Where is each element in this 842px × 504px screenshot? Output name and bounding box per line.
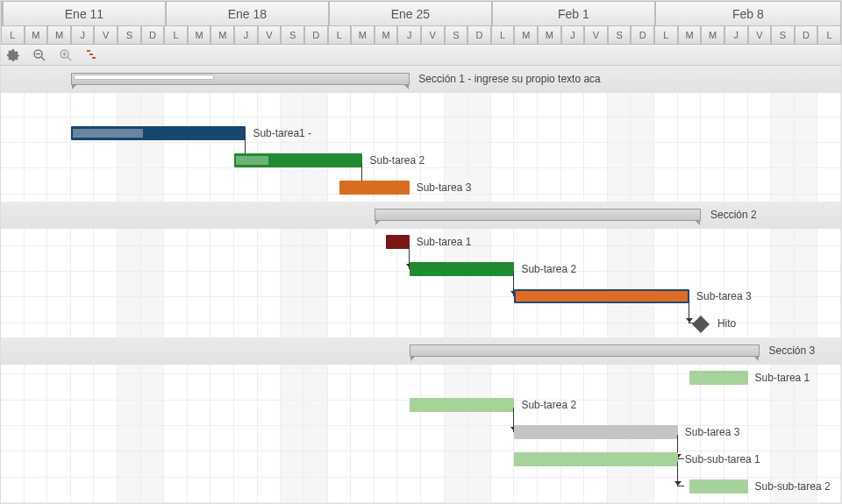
week-header-cell: Ene 18 [166, 1, 329, 25]
task-bar[interactable] [339, 181, 410, 195]
day-header-cell: S [281, 25, 304, 45]
week-header-cell: Feb 8 [655, 1, 841, 25]
day-header-cell: D [631, 25, 654, 45]
day-header-cell: V [748, 25, 772, 45]
section-label: Sección 1 - ingrese su propio texto aca [418, 73, 600, 85]
task-label: Sub-tarea 2 [521, 399, 576, 411]
task-label: Sub-tarea 1 [755, 372, 810, 384]
day-header-cell: M [25, 25, 48, 45]
day-header-cell: D [304, 25, 328, 45]
day-row: LMMJVSDLMMJVSDLMMJVSDLMMJVSDLMMJVSDL [1, 25, 841, 45]
day-header-cell: M [678, 25, 702, 45]
section-label: Sección 3 [769, 344, 816, 357]
day-header-cell: S [445, 25, 468, 45]
day-header-cell: L [654, 25, 678, 45]
day-header-cell: V [584, 25, 608, 45]
day-header-cell: J [724, 25, 748, 45]
day-header-cell: M [375, 25, 398, 45]
week-header-cell: Ene 25 [329, 1, 492, 25]
day-header-cell: L [491, 25, 515, 45]
day-header-cell: J [71, 25, 95, 45]
task-label: Sub-sub-tarea 1 [685, 453, 760, 465]
day-header-cell: S [118, 25, 141, 45]
day-header-cell: J [561, 25, 585, 45]
task-label: Sub-tarea 2 [521, 263, 576, 275]
toolbar [1, 45, 841, 66]
task-bar[interactable] [234, 153, 362, 167]
svg-line-1 [41, 57, 45, 60]
task-bar[interactable] [410, 262, 515, 276]
day-header-cell: D [141, 25, 165, 45]
task-bar[interactable] [514, 425, 677, 439]
day-header-cell: J [234, 25, 258, 45]
task-label: Sub-sub-tarea 2 [755, 480, 831, 493]
task-bar[interactable] [410, 398, 515, 412]
week-row: Ene 11Ene 18Ene 25Feb 1Feb 8 [1, 1, 841, 25]
day-header-cell: D [795, 25, 818, 45]
day-header-cell: L [164, 25, 188, 45]
task-label: Sub-tarea 3 [696, 290, 752, 302]
task-bar[interactable] [689, 479, 748, 493]
day-header-cell: M [188, 25, 211, 45]
day-header-cell: M [210, 25, 234, 45]
section-label: Sección 2 [710, 209, 757, 221]
gantt-lanes: Sección 1 - ingrese su propio texto acaS… [1, 66, 841, 500]
day-header-cell: J [397, 25, 421, 45]
day-header-cell: L [1, 25, 25, 45]
day-header-cell: M [351, 25, 375, 45]
day-header-cell: M [538, 25, 561, 45]
timeline-header: Ene 11Ene 18Ene 25Feb 1Feb 8 LMMJVSDLMMJ… [1, 1, 841, 45]
milestone-diamond-icon[interactable] [692, 316, 710, 333]
gear-icon[interactable] [6, 48, 20, 62]
task-label: Sub-tarea 2 [369, 154, 425, 167]
day-header-cell: S [608, 25, 632, 45]
day-header-cell: D [467, 25, 491, 45]
day-header-cell: M [514, 25, 538, 45]
day-header-cell: M [701, 25, 724, 45]
task-label: Sub-tarea 1 [417, 236, 472, 248]
zoom-in-icon[interactable] [59, 48, 73, 62]
task-bar[interactable] [689, 371, 748, 385]
zoom-out-icon[interactable] [32, 48, 46, 62]
day-header-cell: V [258, 25, 282, 45]
section-bar[interactable] [375, 209, 702, 221]
section-bar[interactable] [410, 344, 760, 357]
day-header-cell: L [817, 25, 841, 45]
task-bar[interactable] [386, 235, 410, 249]
task-bar[interactable] [514, 452, 677, 466]
day-header-cell: M [47, 25, 71, 45]
day-header-cell: S [771, 25, 795, 45]
day-header-cell: V [421, 25, 445, 45]
week-header-cell: Feb 1 [492, 1, 655, 25]
svg-line-4 [68, 57, 71, 60]
task-label: Sub-tarea 3 [685, 426, 740, 438]
task-bar[interactable] [514, 289, 689, 303]
day-header-cell: V [94, 25, 118, 45]
indent-icon[interactable] [85, 48, 99, 62]
task-label: Sub-tarea 3 [417, 181, 472, 194]
section-bar[interactable] [71, 73, 410, 85]
task-bar[interactable] [71, 126, 246, 140]
week-header-cell: Ene 11 [3, 1, 166, 25]
gantt-chart: Ene 11Ene 18Ene 25Feb 1Feb 8 LMMJVSDLMMJ… [0, 0, 842, 504]
day-header-cell: L [328, 25, 352, 45]
milestone-label: Hito [717, 317, 736, 330]
task-label: Sub-tarea1 - [253, 127, 311, 139]
